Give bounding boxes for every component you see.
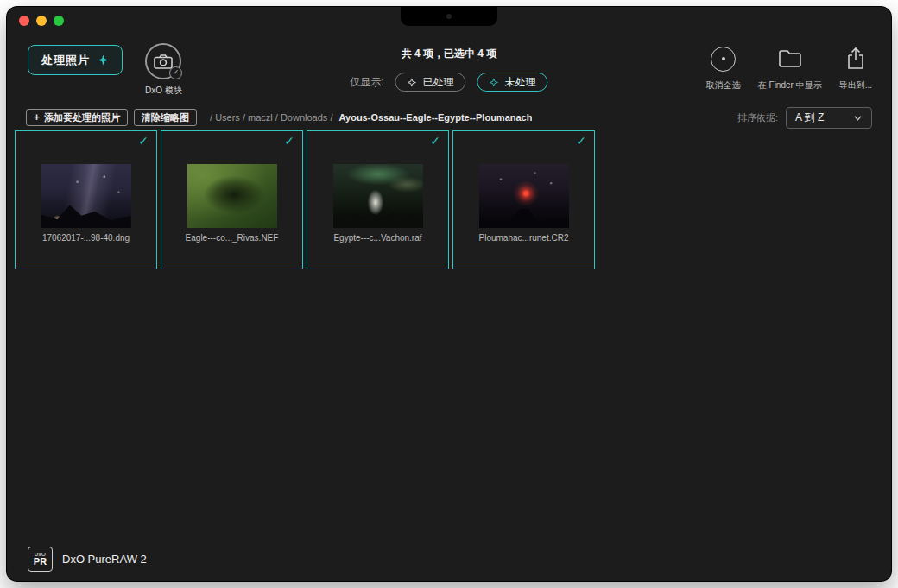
process-photos-button[interactable]: 处理照片: [28, 45, 123, 75]
selected-check-icon[interactable]: ✓: [430, 134, 440, 148]
breadcrumb: / Users / maczl / Downloads / Ayous-Ossa…: [210, 112, 532, 123]
sort-group: 排序依据: A 到 Z: [737, 107, 872, 129]
filter-label: 仅显示:: [350, 75, 383, 90]
display-notch: [401, 7, 497, 26]
export-icon: [845, 47, 866, 71]
mountain-silhouette: [41, 199, 131, 228]
show-in-finder-button[interactable]: 在 Finder 中显示: [758, 45, 822, 92]
filter-row: 仅显示: 已处理 未处理: [350, 73, 547, 92]
selected-check-icon[interactable]: ✓: [576, 134, 586, 148]
selected-check-icon[interactable]: ✓: [284, 134, 294, 148]
minimize-window-button[interactable]: [36, 16, 47, 26]
export-to-label: 导出到...: [839, 79, 872, 92]
sort-by-label: 排序依据:: [737, 111, 778, 124]
folder-icon: [778, 49, 802, 68]
filter-unprocessed-label: 未处理: [505, 75, 536, 90]
traffic-lights: [19, 16, 64, 26]
add-photos-button[interactable]: + 添加要处理的照片: [26, 109, 128, 126]
header-actions: 取消全选 在 Finder 中显示 导出到...: [706, 45, 872, 92]
logo-text-bottom: PR: [34, 557, 47, 566]
sparkle-icon: [98, 54, 109, 66]
filter-unprocessed-toggle[interactable]: 未处理: [477, 73, 548, 92]
photo-cell[interactable]: ✓ Eagle---co..._Rivas.NEF: [161, 130, 303, 269]
header-left: 处理照片 ✓ DxO 模块: [28, 45, 182, 97]
plus-icon: +: [34, 112, 40, 123]
photo-cell[interactable]: ✓ 17062017-...98-40.dng: [15, 130, 157, 269]
add-photos-label: 添加要处理的照片: [44, 111, 120, 124]
deselect-all-button[interactable]: 取消全选: [706, 45, 741, 92]
close-window-button[interactable]: [19, 16, 29, 26]
dxo-pureraw-logo: DxO PR: [28, 547, 53, 572]
show-in-finder-label: 在 Finder 中显示: [758, 79, 822, 92]
sort-order-value: A 到 Z: [795, 111, 824, 125]
clear-thumbnails-label: 清除缩略图: [142, 111, 189, 124]
photo-filename: Eagle---co..._Rivas.NEF: [161, 233, 302, 243]
camera-dot: [446, 14, 452, 19]
selection-stats: 共 4 项，已选中 4 项: [402, 47, 497, 61]
selected-check-icon[interactable]: ✓: [138, 134, 149, 148]
process-photos-label: 处理照片: [41, 53, 90, 68]
header: 处理照片 ✓ DxO 模块 共 4 项，已选中 4 项: [7, 33, 891, 104]
photo-thumbnail: [333, 164, 423, 228]
photo-cell[interactable]: ✓ Egypte---c...Vachon.raf: [307, 130, 449, 269]
photo-grid: ✓ 17062017-...98-40.dng ✓ Eagle---co..._…: [15, 130, 595, 269]
camera-icon: ✓: [145, 43, 181, 79]
header-center: 共 4 项，已选中 4 项 仅显示: 已处理 未处理: [350, 47, 547, 92]
footer: DxO PR DxO PureRAW 2: [7, 536, 891, 581]
toolbar: + 添加要处理的照片 清除缩略图 / Users / maczl / Downl…: [7, 104, 891, 131]
dxo-module-button[interactable]: ✓ DxO 模块: [145, 43, 182, 97]
filter-processed-label: 已处理: [423, 75, 454, 90]
sparkle-icon: [490, 78, 499, 87]
photo-cell[interactable]: ✓ Ploumanac...runet.CR2: [452, 130, 595, 269]
clear-thumbnails-button[interactable]: 清除缩略图: [134, 109, 197, 126]
dxo-module-label: DxO 模块: [145, 85, 182, 97]
export-to-button[interactable]: 导出到...: [839, 45, 872, 92]
breadcrumb-prefix: / Users / maczl / Downloads /: [210, 112, 332, 123]
filter-processed-toggle[interactable]: 已处理: [395, 73, 466, 92]
deselect-circle-icon: [711, 47, 736, 72]
photo-filename: 17062017-...98-40.dng: [16, 233, 156, 243]
app-window: 处理照片 ✓ DxO 模块 共 4 项，已选中 4 项: [7, 7, 891, 581]
photo-thumbnail: [479, 164, 569, 228]
breadcrumb-current-folder: Ayous-Ossau--Eagle--Egypte--Ploumanach: [339, 112, 533, 123]
titlebar: [7, 7, 891, 33]
photo-thumbnail: [187, 164, 277, 228]
photo-filename: Ploumanac...runet.CR2: [453, 233, 594, 243]
lighthouse-silhouette: [479, 206, 569, 228]
photo-filename: Egypte---c...Vachon.raf: [307, 233, 448, 243]
module-check-badge: ✓: [169, 66, 182, 79]
zoom-window-button[interactable]: [54, 16, 64, 26]
chevron-down-icon: [853, 113, 863, 123]
sort-order-select[interactable]: A 到 Z: [786, 107, 872, 129]
deselect-all-label: 取消全选: [706, 79, 741, 92]
photo-thumbnail: [41, 164, 131, 228]
sparkle-icon: [408, 78, 417, 87]
app-name: DxO PureRAW 2: [62, 553, 147, 566]
crowd-silhouette: [333, 206, 423, 228]
